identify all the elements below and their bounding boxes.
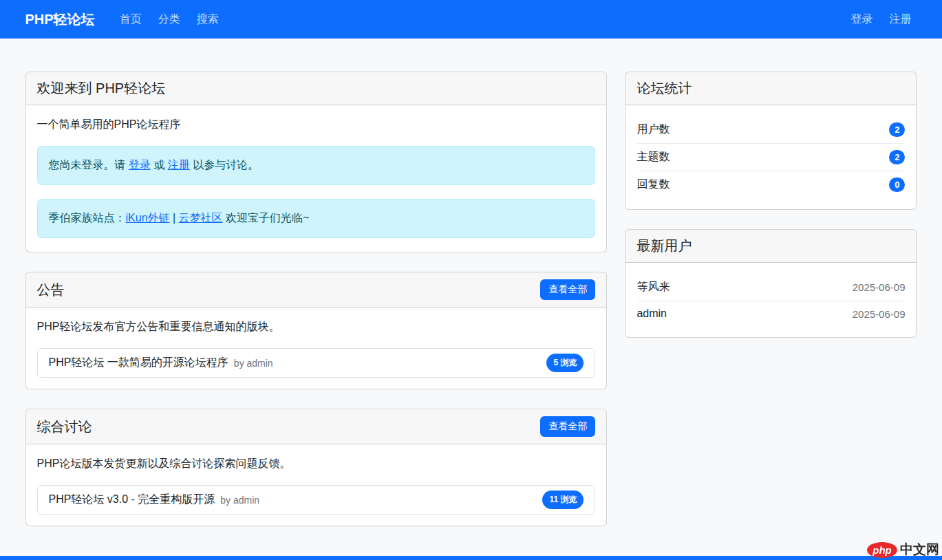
forum-stats-card: 论坛统计 用户数 2 主题数 2 回复数 0 bbox=[625, 72, 917, 210]
nav-search-link[interactable]: 搜索 bbox=[191, 7, 224, 32]
top-navbar: PHP轻论坛 首页 分类 搜索 登录 注册 bbox=[0, 0, 942, 39]
latest-user-date: 2025-06-09 bbox=[853, 308, 906, 320]
navbar-inner: PHP轻论坛 首页 分类 搜索 登录 注册 bbox=[17, 0, 925, 39]
alert-login-link[interactable]: 登录 bbox=[129, 159, 151, 171]
topic-views-badge: 5 浏览 bbox=[546, 354, 584, 372]
php-chinese-net-watermark: php 中文网 bbox=[867, 541, 939, 559]
stat-users-count-badge: 2 bbox=[889, 122, 905, 137]
topic-title-link[interactable]: PHP轻论坛 一款简易的开源论坛程序 bbox=[49, 356, 228, 370]
brand-link[interactable]: PHP轻论坛 bbox=[25, 10, 95, 29]
welcome-title: 欢迎来到 PHP轻论坛 bbox=[37, 79, 166, 98]
latest-user-row: 等风来 2025-06-09 bbox=[636, 274, 905, 301]
main-column: 欢迎来到 PHP轻论坛 一个简单易用的PHP论坛程序 您尚未登录。请 登录 或 … bbox=[25, 72, 616, 546]
stat-row-users: 用户数 2 bbox=[636, 116, 905, 143]
welcome-subtitle: 一个简单易用的PHP论坛程序 bbox=[37, 118, 596, 132]
family-alert-text-post: 欢迎宝子们光临~ bbox=[223, 212, 310, 224]
stat-users-label: 用户数 bbox=[636, 122, 670, 137]
nav-home-link[interactable]: 首页 bbox=[114, 7, 147, 32]
latest-user-name: 等风来 bbox=[636, 280, 670, 294]
stat-topics-count-badge: 2 bbox=[889, 150, 905, 164]
login-alert-text-pre: 您尚未登录。请 bbox=[49, 159, 129, 171]
forum-stats-header: 论坛统计 bbox=[625, 72, 916, 105]
family-alert-separator: | bbox=[170, 212, 179, 224]
board-announcements-header: 公告 查看全部 bbox=[26, 272, 607, 308]
board-general-body: PHP论坛版本发货更新以及综合讨论探索问题反馈。 PHP轻论坛 v3.0 - 完… bbox=[26, 444, 607, 526]
php-logo-icon: php bbox=[867, 542, 897, 558]
latest-users-card: 最新用户 等风来 2025-06-09 admin 2025-06-09 bbox=[625, 229, 917, 338]
latest-user-name: admin bbox=[636, 308, 667, 320]
stat-replies-count-badge: 0 bbox=[889, 177, 905, 192]
nav-login-link[interactable]: 登录 bbox=[846, 7, 879, 32]
alert-register-link[interactable]: 注册 bbox=[168, 159, 190, 171]
stat-topics-label: 主题数 bbox=[636, 150, 670, 164]
topic-item[interactable]: PHP轻论坛 一款简易的开源论坛程序 by admin 5 浏览 bbox=[37, 348, 596, 378]
board-general-title: 综合讨论 bbox=[37, 418, 92, 436]
yunmeng-link[interactable]: 云梦社区 bbox=[179, 212, 223, 224]
latest-users-body: 等风来 2025-06-09 admin 2025-06-09 bbox=[625, 263, 916, 337]
navbar-left-links: 首页 分类 搜索 bbox=[109, 7, 224, 32]
topic-title-link[interactable]: PHP轻论坛 v3.0 - 完全重构版开源 bbox=[49, 493, 215, 507]
login-alert: 您尚未登录。请 登录 或 注册 以参与讨论。 bbox=[37, 146, 596, 185]
welcome-card-header: 欢迎来到 PHP轻论坛 bbox=[26, 72, 607, 105]
stat-replies-label: 回复数 bbox=[636, 177, 670, 192]
topic-item[interactable]: PHP轻论坛 v3.0 - 完全重构版开源 by admin 11 浏览 bbox=[37, 485, 596, 515]
view-all-general-button[interactable]: 查看全部 bbox=[540, 416, 595, 437]
sidebar-column: 论坛统计 用户数 2 主题数 2 回复数 0 最新用户 bbox=[615, 72, 917, 546]
board-announcements-description: PHP轻论坛发布官方公告和重要信息通知的版块。 bbox=[37, 320, 596, 334]
nav-categories-link[interactable]: 分类 bbox=[153, 7, 186, 32]
board-announcements-title: 公告 bbox=[37, 281, 65, 299]
welcome-card: 欢迎来到 PHP轻论坛 一个简单易用的PHP论坛程序 您尚未登录。请 登录 或 … bbox=[25, 72, 608, 252]
navbar-right-links: 登录 注册 bbox=[840, 7, 917, 32]
latest-user-date: 2025-06-09 bbox=[853, 281, 906, 293]
topic-author: by admin bbox=[234, 358, 273, 369]
login-alert-text-post: 以参与讨论。 bbox=[190, 159, 259, 171]
latest-users-title: 最新用户 bbox=[636, 237, 692, 255]
login-alert-text-mid: 或 bbox=[151, 159, 168, 171]
view-all-announcements-button[interactable]: 查看全部 bbox=[540, 279, 595, 300]
watermark-text: 中文网 bbox=[900, 541, 939, 559]
footer-strip bbox=[0, 556, 942, 560]
family-alert-text-pre: 季伯家族站点： bbox=[49, 212, 126, 224]
topic-views-badge: 11 浏览 bbox=[542, 491, 584, 509]
board-card-announcements: 公告 查看全部 PHP轻论坛发布官方公告和重要信息通知的版块。 PHP轻论坛 一… bbox=[25, 272, 608, 389]
board-announcements-body: PHP轻论坛发布官方公告和重要信息通知的版块。 PHP轻论坛 一款简易的开源论坛… bbox=[26, 308, 607, 389]
board-card-general: 综合讨论 查看全部 PHP论坛版本发货更新以及综合讨论探索问题反馈。 PHP轻论… bbox=[25, 409, 608, 526]
latest-users-header: 最新用户 bbox=[625, 230, 916, 263]
welcome-card-body: 一个简单易用的PHP论坛程序 您尚未登录。请 登录 或 注册 以参与讨论。 季伯… bbox=[26, 105, 607, 252]
forum-stats-title: 论坛统计 bbox=[636, 79, 692, 98]
stat-row-replies: 回复数 0 bbox=[636, 171, 905, 198]
stat-row-topics: 主题数 2 bbox=[636, 143, 905, 171]
topic-author: by admin bbox=[220, 495, 259, 506]
board-general-header: 综合讨论 查看全部 bbox=[26, 409, 607, 444]
board-general-description: PHP论坛版本发货更新以及综合讨论探索问题反馈。 bbox=[37, 457, 596, 471]
latest-user-row: admin 2025-06-09 bbox=[636, 301, 905, 326]
main-container: 欢迎来到 PHP轻论坛 一个简单易用的PHP论坛程序 您尚未登录。请 登录 或 … bbox=[17, 72, 925, 546]
forum-stats-body: 用户数 2 主题数 2 回复数 0 bbox=[625, 105, 916, 209]
nav-register-link[interactable]: 注册 bbox=[884, 7, 917, 32]
family-sites-alert: 季伯家族站点：iKun外链 | 云梦社区 欢迎宝子们光临~ bbox=[37, 199, 596, 238]
ikun-link[interactable]: iKun外链 bbox=[126, 212, 170, 224]
